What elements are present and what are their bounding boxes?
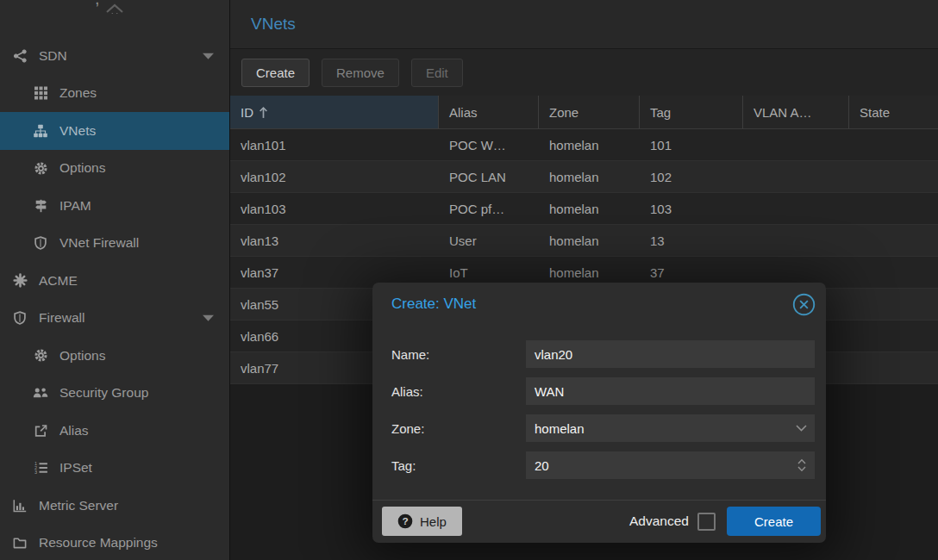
sidebar-item-resource-mappings[interactable]: Resource Mappings [0,525,229,560]
column-header-label: State [860,105,890,120]
certificate-icon [10,273,29,288]
cell-alias: POC W… [439,138,539,152]
advanced-label: Advanced [629,513,689,529]
zone-select[interactable]: homelan [526,414,815,442]
cell-tag: 103 [640,202,743,216]
sort-asc-icon [259,106,268,119]
sidebar-item-firewall[interactable]: Firewall [0,300,229,338]
table-row-vlan13[interactable]: vlan13Userhomelan13 [230,225,938,257]
column-header-state[interactable]: State [849,96,938,128]
grid-icon [31,86,50,100]
sidebar-item-acme[interactable]: ACME [0,262,229,300]
dialog-footer: ? Help Advanced Create [382,507,821,536]
cell-zone: homelan [539,233,640,248]
sitemap-icon [31,124,50,138]
cell-tag: 13 [640,233,743,248]
shield-icon [31,236,50,250]
cell-id: vlan102 [230,170,439,184]
zone-field-label: Zone: [391,421,526,436]
gear-icon [31,348,50,363]
column-header-alias[interactable]: Alias [439,96,539,128]
close-icon[interactable] [792,293,816,316]
sidebar-item-vnets[interactable]: VNets [0,112,229,150]
cell-zone: homelan [539,170,640,184]
name-input-value: vlan20 [535,347,572,362]
column-header-id[interactable]: ID [230,96,439,128]
sidebar-item-ipam[interactable]: IPAM [0,187,229,225]
caret-down-icon[interactable] [203,53,214,59]
sidebar-item-vnet-firewall[interactable]: VNet Firewall [0,225,229,263]
panel-titlebar: VNets [230,0,938,49]
toolbar: CreateRemoveEdit [230,49,938,96]
dialog-title: Create: VNet [391,296,792,313]
share-nodes-icon [10,49,29,63]
table-row-vlan101[interactable]: vlan101POC W…homelan101 [230,129,938,161]
spinner-updown-icon[interactable] [797,451,807,479]
column-header-label: Zone [549,105,578,120]
name-input[interactable]: vlan20 [526,340,815,368]
sidebar-item-label: VNet Firewall [59,235,139,251]
cell-alias: User [439,233,539,248]
map-signs-icon [31,199,50,213]
column-header-tag[interactable]: Tag [640,96,743,128]
edit-button[interactable]: Edit [411,59,463,87]
column-header-label: Tag [650,105,671,120]
dialog-header[interactable]: Create: VNet [372,283,826,326]
sidebar-item-label: Zones [59,85,97,101]
sidebar-item-zones[interactable]: Zones [0,75,229,113]
tag-spinner[interactable]: 20 [526,451,815,479]
external-link-icon [31,424,50,438]
sidebar-item-ipset[interactable]: 123IPSet [0,450,229,488]
cell-zone: homelan [539,138,640,152]
alias-input-value: WAN [535,384,564,399]
sidebar: , SDNZonesVNetsOptionsIPAMVNet FirewallA… [0,0,230,560]
caret-down-icon[interactable] [203,314,214,321]
cell-alias: POC pf… [439,202,539,216]
list-ol-icon: 123 [31,461,50,475]
sidebar-item-label: Options [59,348,105,364]
sidebar-item-metric-server[interactable]: Metric Server [0,487,229,525]
chart-bar-icon [10,499,29,513]
alias-input[interactable]: WAN [526,377,815,405]
advanced-checkbox[interactable] [697,513,716,531]
scroll-up-indicator[interactable] [0,2,229,19]
remove-button[interactable]: Remove [322,59,399,87]
alias-field-label: Alias: [391,384,526,399]
help-button-label: Help [420,514,447,529]
sidebar-item-label: ACME [39,273,78,289]
sidebar-item-label: IPAM [59,198,91,214]
create-vnet-dialog: Create: VNet Name: vlan20 Alias: WAN Zon… [372,283,826,543]
column-header-label: Alias [449,105,478,120]
dialog-body: Name: vlan20 Alias: WAN Zone: homelan Ta… [372,326,826,479]
cell-id: vlan103 [230,202,439,216]
table-row-vlan102[interactable]: vlan102POC LANhomelan102 [230,161,938,193]
folder-icon [10,536,29,550]
dialog-create-button[interactable]: Create [727,507,821,536]
table-row-vlan103[interactable]: vlan103POC pf…homelan103 [230,193,938,225]
sidebar-item-options[interactable]: Options [0,337,229,375]
svg-text:3: 3 [34,470,37,475]
sidebar-item-label: Resource Mappings [39,535,158,551]
cell-tag: 102 [640,170,743,184]
sidebar-item-label: IPSet [59,460,92,476]
chevron-up-icon [104,3,125,14]
users-icon [31,386,50,400]
sidebar-item-label: VNets [59,123,96,139]
chevron-down-icon[interactable] [796,414,807,442]
sidebar-item-options[interactable]: Options [0,150,229,188]
column-header-zone[interactable]: Zone [539,96,640,128]
cell-alias: POC LAN [439,170,539,184]
column-header-vlan-a[interactable]: VLAN A… [743,96,849,128]
column-header-label: ID [241,105,253,120]
sidebar-item-sdn[interactable]: SDN [0,37,229,75]
sidebar-item-security-group[interactable]: Security Group [0,375,229,413]
help-button[interactable]: ? Help [382,507,462,536]
sidebar-item-label: Alias [59,423,89,439]
create-button[interactable]: Create [241,59,310,87]
sidebar-item-alias[interactable]: Alias [0,412,229,450]
cell-id: vlan37 [230,265,439,280]
shield-icon [10,311,29,325]
svg-text:?: ? [402,515,408,527]
cell-zone: homelan [539,202,640,216]
grid-header: IDAliasZoneTagVLAN A…State [230,96,938,129]
